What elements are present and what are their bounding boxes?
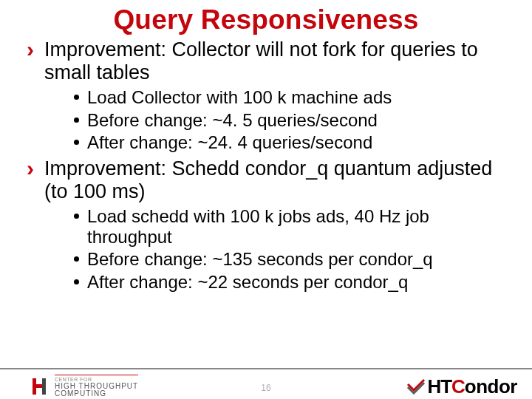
sub-bullet: Before change: ~135 seconds per condor_q <box>74 249 514 270</box>
bullet-text: Improvement: Collector will not fork for… <box>44 38 478 83</box>
htcondor-logo: HTCondor <box>406 375 517 398</box>
bullet-text: Improvement: Schedd condor_q quantum adj… <box>44 157 492 202</box>
page-number: 16 <box>261 383 270 393</box>
logo-ht: HT <box>427 375 451 398</box>
slide: Query Responsiveness Improvement: Collec… <box>0 4 532 399</box>
chtc-logo: CENTER FOR HIGH THROUGHPUT COMPUTING <box>30 375 138 398</box>
bullet-list-level2: Load Collector with 100 k machine ads Be… <box>44 87 514 153</box>
bullet-improvement-schedd: Improvement: Schedd condor_q quantum adj… <box>31 157 514 292</box>
sub-bullet: After change: ~24. 4 queries/second <box>74 132 514 153</box>
checkmark-icon <box>406 378 426 395</box>
sub-bullet: After change: ~22 seconds per condor_q <box>74 272 514 293</box>
bullet-improvement-collector: Improvement: Collector will not fork for… <box>31 38 514 153</box>
logo-line3: COMPUTING <box>55 390 138 398</box>
ht-mark-icon <box>30 377 50 396</box>
bullet-list-level2: Load schedd with 100 k jobs ads, 40 Hz j… <box>44 206 514 292</box>
bullet-list-level1: Improvement: Collector will not fork for… <box>18 38 514 292</box>
logo-ondor: ondor <box>465 375 517 398</box>
sub-bullet: Before change: ~4. 5 queries/second <box>74 110 514 131</box>
chtc-logo-text: CENTER FOR HIGH THROUGHPUT COMPUTING <box>55 375 138 398</box>
slide-title: Query Responsiveness <box>18 4 514 35</box>
sub-bullet: Load Collector with 100 k machine ads <box>74 87 514 108</box>
sub-bullet: Load schedd with 100 k jobs ads, 40 Hz j… <box>74 206 514 247</box>
logo-c: C <box>451 375 465 398</box>
